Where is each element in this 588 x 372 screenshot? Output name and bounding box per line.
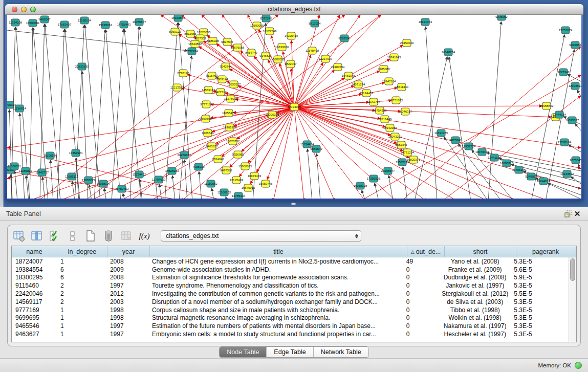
graph-node[interactable]: 7857224 xyxy=(186,48,198,55)
scrollbar-thumb[interactable] xyxy=(570,258,575,281)
column-header-short[interactable]: short xyxy=(445,246,516,257)
column-header-year[interactable]: year xyxy=(107,246,150,257)
graph-node[interactable]: 16947104 xyxy=(382,78,396,85)
graph-node[interactable]: 11046327 xyxy=(399,108,412,115)
graph-node[interactable]: 11942757 xyxy=(35,169,49,176)
select-all-checks-icon[interactable] xyxy=(48,229,61,243)
graph-node[interactable]: 12125439 xyxy=(230,177,244,184)
graph-node[interactable]: 15134452 xyxy=(133,171,146,178)
graph-node[interactable]: 7485083 xyxy=(378,65,390,73)
network-canvas[interactable]: 1872400789601238912955182260589827503818… xyxy=(7,15,581,199)
memory-status-indicator[interactable] xyxy=(575,362,582,369)
network-window-titlebar[interactable]: citations_edges.txt xyxy=(5,4,583,15)
graph-node[interactable]: 10590090 xyxy=(250,22,264,29)
panel-splitter-handle[interactable] xyxy=(291,203,296,205)
graph-node[interactable]: 15688520 xyxy=(271,56,285,63)
graph-node[interactable]: 17663407 xyxy=(58,21,72,28)
graph-node[interactable]: 17359924 xyxy=(69,149,83,157)
column-header-name[interactable]: name xyxy=(12,246,57,257)
graph-node[interactable]: 15942384 xyxy=(383,124,397,132)
graph-node[interactable]: 14755443 xyxy=(117,21,131,28)
close-panel-icon[interactable]: ✕ xyxy=(573,209,582,218)
graph-node[interactable]: 16095818 xyxy=(500,160,514,167)
graph-node[interactable]: 18511440 xyxy=(395,83,409,91)
graph-node[interactable]: 13505115 xyxy=(65,173,79,180)
graph-node[interactable]: 16957224 xyxy=(462,143,476,150)
graph-node[interactable]: 15800025 xyxy=(238,163,252,170)
graph-node[interactable]: 15134451 xyxy=(360,90,374,97)
graph-node[interactable]: 9777169 xyxy=(200,101,212,108)
graph-node[interactable]: 9245052 xyxy=(495,15,508,20)
graph-node[interactable]: 15751075 xyxy=(389,97,403,104)
graph-node[interactable]: 9356981 xyxy=(232,151,244,158)
graph-node[interactable]: 11334208 xyxy=(9,19,23,26)
graph-node[interactable]: 12093832 xyxy=(569,82,581,90)
graph-node[interactable]: 7905013 xyxy=(192,163,205,170)
graph-node[interactable]: 16055607 xyxy=(133,18,146,26)
column-header-title[interactable]: title xyxy=(150,246,407,257)
graph-node[interactable]: 9218586 xyxy=(338,35,351,42)
graph-node[interactable]: 16791765 xyxy=(434,129,448,137)
column-header-out_de[interactable]: △out_de... xyxy=(407,246,445,257)
graph-node[interactable]: 18131074 xyxy=(419,18,432,26)
graph-node[interactable]: 16648784 xyxy=(442,49,455,56)
graph-node[interactable]: 12160104 xyxy=(78,17,92,24)
graph-node[interactable]: 14755444 xyxy=(232,192,246,199)
graph-node[interactable]: 10073403 xyxy=(475,148,489,156)
graph-node[interactable]: 16633060 xyxy=(275,43,289,51)
table-selector-dropdown[interactable]: citations_edges.txt xyxy=(161,230,361,242)
graph-node[interactable]: 7624046 xyxy=(212,156,224,163)
function-builder-icon[interactable]: f(x) xyxy=(138,229,151,243)
table-row[interactable]: 946362711997Embryonic stem cells: a mode… xyxy=(12,330,569,338)
graph-node[interactable]: 10213449 xyxy=(378,116,392,123)
graph-node[interactable]: 20533190 xyxy=(75,63,89,70)
graph-node[interactable]: 16033809 xyxy=(171,15,185,21)
graph-node[interactable]: 16782753 xyxy=(115,185,129,192)
column-header-in_degree[interactable]: in_degree xyxy=(57,246,107,257)
graph-node[interactable]: 11548498 xyxy=(306,47,319,54)
graph-node[interactable]: 2718120 xyxy=(177,70,189,77)
graph-node[interactable]: 14325419 xyxy=(285,32,298,39)
graph-node[interactable]: 15635061 xyxy=(99,21,113,29)
table-row[interactable]: 1830029562008Estimation of significance … xyxy=(12,274,569,282)
new-column-icon[interactable] xyxy=(84,229,97,243)
graph-node[interactable]: 8427512 xyxy=(214,89,227,96)
graph-node[interactable]: 9875846 xyxy=(449,137,462,144)
graph-node[interactable]: 8454749 xyxy=(245,49,257,56)
float-panel-icon[interactable] xyxy=(563,209,573,218)
graph-node[interactable]: 19384554 xyxy=(331,63,345,71)
graph-node[interactable]: 15958832 xyxy=(540,102,554,110)
graph-node[interactable]: 11150062 xyxy=(204,180,217,187)
table-row[interactable]: 1872400712008Changes of HCN gene express… xyxy=(12,257,569,266)
graph-node[interactable]: 10973403 xyxy=(248,172,262,180)
graph-node[interactable]: 9875845 xyxy=(570,157,581,164)
table-vertical-scrollbar[interactable] xyxy=(569,257,576,342)
graph-node[interactable]: 16754389 xyxy=(373,107,387,114)
graph-node[interactable]: 9465547 xyxy=(38,16,51,23)
graph-node[interactable]: 2803144 xyxy=(216,76,228,83)
graph-node[interactable]: 12213383 xyxy=(170,84,184,91)
table-row[interactable]: 946554611997Estimation of the future num… xyxy=(12,322,569,330)
tab-node-table[interactable]: Node Table xyxy=(220,347,267,357)
tab-edge-table[interactable]: Edge Table xyxy=(267,347,313,357)
graph-node[interactable]: 12160105 xyxy=(217,189,231,196)
table-row[interactable]: 1456911722003Disruption of a novel membe… xyxy=(12,298,569,306)
table-row[interactable]: 911546021997Tourette syndrome. Phenomeno… xyxy=(12,281,569,290)
tab-network-table[interactable]: Network Table xyxy=(314,347,368,357)
unselect-all-icon[interactable] xyxy=(66,229,79,243)
graph-node[interactable]: 9497568 xyxy=(220,167,232,174)
graph-node[interactable]: 9682345 xyxy=(395,141,407,148)
table-row[interactable]: 969969511998Structural magnetic resonanc… xyxy=(12,314,569,322)
graph-node[interactable]: 9699695 xyxy=(200,115,212,122)
graph-node[interactable]: 8813054 xyxy=(309,20,321,27)
graph-node[interactable]: 14569117 xyxy=(202,86,215,94)
graph-node[interactable]: 15276075 xyxy=(224,95,238,102)
column-header-pagerank[interactable]: pagerank xyxy=(516,246,575,257)
graph-node[interactable]: 10590091 xyxy=(26,19,40,27)
graph-node[interactable]: 9146821 xyxy=(259,52,272,59)
table-row[interactable]: 1938455462009Genome-wide association stu… xyxy=(12,266,569,274)
select-columns-icon[interactable] xyxy=(30,229,43,243)
graph-node[interactable]: 16959745 xyxy=(259,180,273,187)
graph-node[interactable]: 20206577 xyxy=(381,167,395,174)
table-row[interactable]: 977716911998Corpus callosum shape and si… xyxy=(12,306,569,314)
